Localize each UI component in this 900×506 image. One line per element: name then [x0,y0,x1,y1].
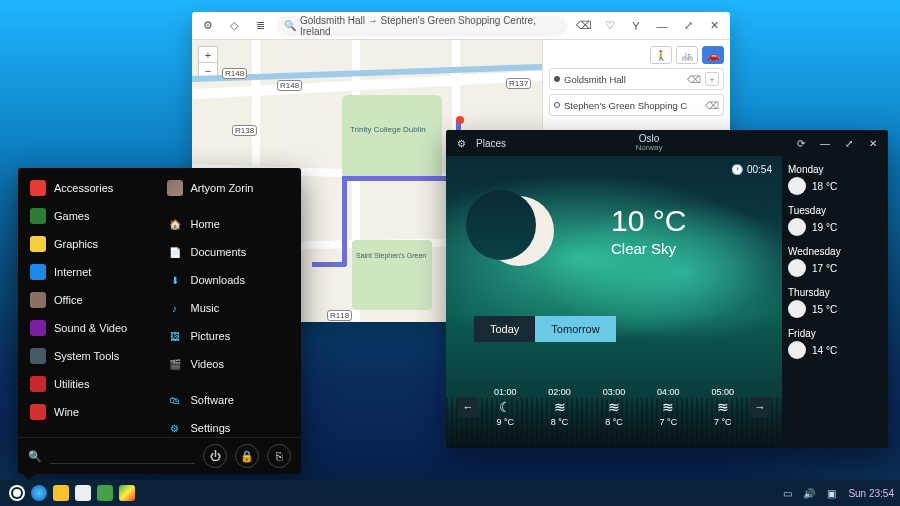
places-column: Artyom Zorin🏠Home📄Documents⬇Downloads♪Mu… [163,178,294,427]
forecast-icon [788,259,806,277]
place-label: Documents [191,246,247,258]
clock-icon: 🕐 [731,164,743,175]
search-field[interactable] [50,449,195,461]
files-launcher[interactable] [72,482,94,504]
tab-today[interactable]: Today [474,316,535,342]
power-button[interactable]: ⏻ [203,444,227,468]
hourly-next-button[interactable]: → [750,397,770,417]
minimize-button[interactable]: — [652,16,672,36]
forecast-row: Friday14 °C [788,328,882,359]
taskbar: ▭ 🔊 ▣ Sun 23:54 [0,480,900,506]
place-downloads[interactable]: ⬇Downloads [163,270,294,290]
hour-col: 05:00≋7 °C [711,387,734,427]
place-documents[interactable]: 📄Documents [163,242,294,262]
dot-solid-icon [554,76,560,82]
category-label: Games [54,210,89,222]
forecast-temp: 19 °C [812,222,837,233]
weather-main: 🕐 00:54 10 °C Clear Sky Today Tomorrow ←… [446,156,782,448]
system-icon: ⚙ [167,420,183,436]
search-input[interactable] [50,449,195,464]
hour-temp: 9 °C [496,417,514,427]
route-to-field[interactable]: Stephen's Green Shopping C ⌫ [549,94,724,116]
category-internet[interactable]: Internet [26,262,157,282]
minimize-button[interactable]: — [816,134,834,152]
route-from-field[interactable]: Goldsmith Hall ⌫ + [549,68,724,90]
refresh-icon[interactable]: ⟳ [792,134,810,152]
notifications-icon[interactable]: ▣ [822,484,840,502]
system-software[interactable]: 🛍Software [163,390,294,410]
category-icon [30,376,46,392]
hourly-prev-button[interactable]: ← [458,397,478,417]
zoom-in-button[interactable]: + [199,47,217,63]
browser-launcher[interactable] [28,482,50,504]
clock[interactable]: Sun 23:54 [848,488,894,499]
origin-pin-icon [456,116,464,124]
car-mode-button[interactable]: 🚗 [702,46,724,64]
clear-icon[interactable]: ⌫ [574,16,594,36]
road-badge: R118 [327,310,352,321]
hour-icon: ≋ [662,399,674,415]
forecast-temp: 17 °C [812,263,837,274]
start-button[interactable] [6,482,28,504]
category-sound-video[interactable]: Sound & Video [26,318,157,338]
logout-button[interactable]: ⎘ [267,444,291,468]
folder-icon: ♪ [167,300,183,316]
hour-time: 01:00 [494,387,517,397]
maps-launcher[interactable] [116,482,138,504]
hour-temp: 8 °C [551,417,569,427]
category-label: Utilities [54,378,89,390]
user-item[interactable]: Artyom Zorin [163,178,294,198]
layers-icon[interactable]: ≣ [250,16,270,36]
category-wine[interactable]: Wine [26,402,157,422]
bike-mode-button[interactable]: 🚲 [676,46,698,64]
place-pictures[interactable]: 🖼Pictures [163,326,294,346]
place-videos[interactable]: 🎬Videos [163,354,294,374]
volume-icon[interactable]: 🔊 [800,484,818,502]
maximize-button[interactable]: ⤢ [678,16,698,36]
local-time: 🕐 00:54 [731,164,772,175]
clear-from-icon[interactable]: ⌫ [687,72,701,86]
places-tab[interactable]: Places [476,138,506,149]
favorite-icon[interactable]: ♡ [600,16,620,36]
forecast-day: Thursday [788,287,882,298]
lock-button[interactable]: 🔒 [235,444,259,468]
system-settings[interactable]: ⚙Settings [163,418,294,437]
system-label: Settings [191,422,231,434]
place-label: Videos [191,358,224,370]
day-tabs: Today Tomorrow [474,316,616,342]
walk-mode-button[interactable]: 🚶 [650,46,672,64]
category-games[interactable]: Games [26,206,157,226]
tab-tomorrow[interactable]: Tomorrow [535,316,615,342]
place-home[interactable]: 🏠Home [163,214,294,234]
category-graphics[interactable]: Graphics [26,234,157,254]
category-icon [30,264,46,280]
place-music[interactable]: ♪Music [163,298,294,318]
maximize-button[interactable]: ⤢ [840,134,858,152]
gear-icon[interactable]: ⚙ [452,134,470,152]
forecast-day: Tuesday [788,205,882,216]
forecast-icon [788,300,806,318]
close-button[interactable]: ✕ [704,16,724,36]
search-icon: 🔍 [284,20,296,31]
category-accessories[interactable]: Accessories [26,178,157,198]
route-icon[interactable]: Y [626,16,646,36]
forecast-day: Wednesday [788,246,882,257]
gear-icon[interactable]: ⚙ [198,16,218,36]
menu-footer: 🔍 ⏻ 🔒 ⎘ [18,437,301,474]
system-icon: 🛍 [167,392,183,408]
category-system-tools[interactable]: System Tools [26,346,157,366]
close-button[interactable]: ✕ [864,134,882,152]
add-stop-button[interactable]: + [705,72,719,86]
diamond-icon[interactable]: ◇ [224,16,244,36]
workspace-switcher-icon[interactable]: ▭ [778,484,796,502]
forecast-row: Wednesday17 °C [788,246,882,277]
category-office[interactable]: Office [26,290,157,310]
hour-icon: ≋ [608,399,620,415]
category-label: Sound & Video [54,322,127,334]
category-utilities[interactable]: Utilities [26,374,157,394]
calendar-launcher[interactable] [94,482,116,504]
folder-icon: 🎬 [167,356,183,372]
search-input[interactable]: 🔍 Goldsmith Hall → Stephen's Green Shopp… [276,16,568,36]
mail-launcher[interactable] [50,482,72,504]
clear-to-icon[interactable]: ⌫ [705,98,719,112]
